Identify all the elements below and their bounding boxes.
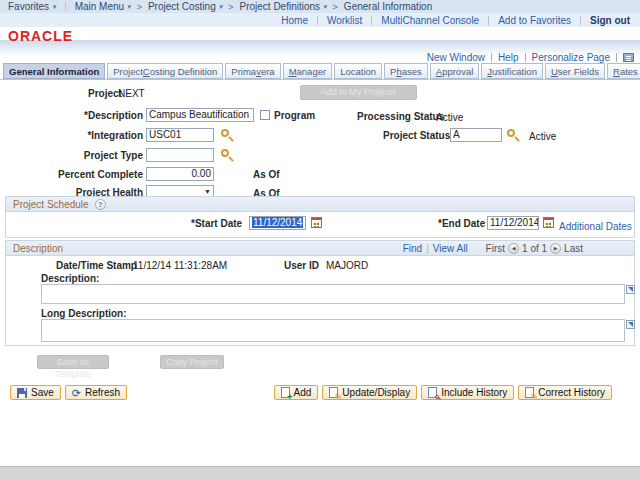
expand-long-description-icon[interactable] [626, 320, 635, 329]
first-link[interactable]: First [486, 243, 505, 254]
divider [491, 53, 492, 62]
breadcrumb-project-definitions[interactable]: Project Definitions▾ [239, 1, 326, 12]
project-type-label: Project Type [20, 150, 143, 161]
tab-rates[interactable]: Rates [607, 63, 640, 79]
divider [65, 2, 66, 11]
tab-label: era [261, 66, 275, 77]
tab-project-costing-definition[interactable]: Project Costing Definition [107, 63, 223, 79]
tab-label: Prima [231, 66, 256, 77]
tab-divider [0, 79, 640, 80]
tab-label: ates [620, 66, 638, 77]
breadcrumb-label: Project Definitions [239, 1, 320, 12]
favorites-menu[interactable]: Favorites▾ [8, 1, 56, 12]
project-type-lookup-icon[interactable] [221, 149, 229, 157]
pencil-icon: ✎ [531, 393, 539, 402]
update-display-label: Update/Display [342, 387, 410, 398]
save-button[interactable]: Save [10, 385, 61, 400]
help-icon[interactable]: ? [95, 199, 106, 210]
tab-label: anager [297, 66, 327, 77]
integration-input[interactable]: USC01 [146, 128, 214, 142]
previous-row-icon[interactable]: ◀ [508, 243, 519, 254]
description-title: Description [13, 243, 63, 254]
end-date-input[interactable]: 11/12/2014 [487, 216, 539, 230]
datetime-stamp-value: 11/12/14 11:31:28AM [133, 260, 227, 271]
main-menu-label: Main Menu [75, 1, 124, 12]
main-menu[interactable]: Main Menu▾ [75, 1, 131, 12]
expand-description-icon[interactable] [626, 285, 635, 294]
save-as-template-button[interactable]: Save as Template [37, 355, 109, 369]
project-status-lookup-icon[interactable] [507, 129, 515, 137]
home-link[interactable]: Home [281, 15, 308, 26]
divider: | [426, 243, 429, 254]
start-date-input[interactable]: 11/12/2014 [249, 216, 306, 230]
tab-primavera[interactable]: Primavera [225, 63, 280, 79]
view-all-link[interactable]: View All [433, 243, 468, 254]
header-links: Home Worklist MultiChannel Console Add t… [0, 13, 640, 27]
tab-approval[interactable]: Approval [430, 63, 480, 79]
tab-general-information[interactable]: General Information [3, 63, 105, 79]
next-row-icon[interactable]: ▶ [550, 243, 561, 254]
refresh-label: Refresh [85, 387, 120, 398]
find-bar: Find | View All First ◀ 1 of 1 ▶ Last [403, 243, 583, 254]
breadcrumb-separator: > [137, 2, 142, 12]
project-status-input[interactable]: A [450, 128, 502, 142]
project-schedule-header: Project Schedule ? [6, 197, 634, 212]
description-header: Description Find | View All First ◀ 1 of… [6, 241, 634, 256]
breadcrumb-label: General Information [344, 1, 432, 12]
integration-lookup-icon[interactable] [221, 129, 229, 137]
breadcrumb-project-costing[interactable]: Project Costing▾ [148, 1, 222, 12]
end-date-calendar-icon[interactable] [543, 217, 554, 228]
new-window-link[interactable]: New Window [427, 52, 485, 63]
sign-out-link[interactable]: Sign out [590, 15, 630, 26]
plus-icon: + [287, 393, 292, 401]
correct-history-button[interactable]: ✎Correct History [518, 385, 612, 400]
include-history-button[interactable]: Include History [421, 385, 514, 400]
personalize-page-link[interactable]: Personalize Page [532, 52, 610, 63]
add-to-favorites-link[interactable]: Add to Favorites [498, 15, 571, 26]
help-link[interactable]: Help [498, 52, 519, 63]
project-type-input[interactable] [146, 148, 214, 162]
start-date-calendar-icon[interactable] [311, 217, 322, 228]
add-page-icon: + [281, 387, 290, 398]
description-textarea[interactable] [41, 284, 625, 304]
divider [580, 16, 581, 25]
magnifier-icon [435, 395, 439, 399]
worklist-link[interactable]: Worklist [327, 15, 362, 26]
tab-location[interactable]: Location [334, 63, 382, 79]
include-history-label: Include History [441, 387, 507, 398]
program-checkbox[interactable] [260, 110, 270, 120]
project-schedule-title: Project Schedule [13, 199, 89, 210]
update-display-icon: ✎ [329, 387, 338, 398]
breadcrumb-separator: > [333, 2, 338, 12]
user-id-value: MAJORD [326, 260, 368, 271]
correct-history-label: Correct History [538, 387, 605, 398]
add-button[interactable]: +Add [274, 385, 319, 400]
tab-justification[interactable]: Justification [481, 63, 543, 79]
find-link[interactable]: Find [403, 243, 422, 254]
window-list-icon[interactable] [623, 53, 634, 62]
copy-project-button[interactable]: Copy Project [160, 355, 224, 369]
long-description-textarea[interactable] [41, 319, 625, 342]
project-status-label: Project Status [383, 130, 450, 141]
tab-phases[interactable]: Phases [384, 63, 428, 79]
footer-toolbar-right: +Add ✎Update/Display Include History ✎Co… [274, 385, 612, 400]
tab-user-fields[interactable]: User Fields [545, 63, 605, 79]
project-status-text: Active [529, 131, 556, 142]
divider [371, 16, 372, 25]
tab-label: ustification [492, 66, 537, 77]
multichannel-console-link[interactable]: MultiChannel Console [381, 15, 479, 26]
long-description-label: Long Description: [41, 308, 127, 319]
description-input[interactable]: Campus Beautification [146, 108, 254, 122]
percent-complete-input[interactable]: 0.00 [146, 167, 214, 181]
processing-status-value: Active [436, 112, 463, 123]
refresh-button[interactable]: ⟳Refresh [65, 385, 127, 400]
breadcrumb-separator: > [228, 2, 233, 12]
add-to-my-projects-button[interactable]: Add to My Projects [300, 85, 417, 100]
update-display-button[interactable]: ✎Update/Display [322, 385, 417, 400]
additional-dates-link[interactable]: Additional Dates [559, 221, 632, 232]
tab-manager[interactable]: Manager [283, 63, 333, 79]
favorites-label: Favorites [8, 1, 49, 12]
include-history-icon [428, 387, 437, 398]
last-link[interactable]: Last [564, 243, 583, 254]
tab-accesskey: C [143, 66, 150, 77]
